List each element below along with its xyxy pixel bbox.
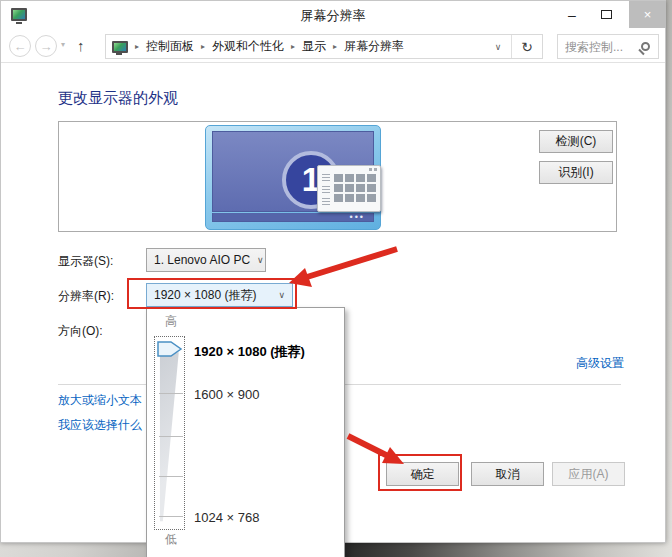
slider-high-label: 高 — [165, 313, 177, 330]
slider-tick — [159, 476, 183, 477]
resolution-dropdown-panel: 高 1920 × 1080 (推荐) 1600 × 900 1024 × 768… — [146, 307, 345, 557]
resolution-label: 分辨率(R): — [58, 288, 114, 305]
resolution-option-1600x900[interactable]: 1600 × 900 — [194, 387, 259, 402]
address-bar[interactable]: ▸ 控制面板 ▸ 外观和个性化 ▸ 显示 ▸ 屏幕分辨率 ∨ ↻ — [105, 34, 543, 59]
chevron-down-icon: ∨ — [495, 42, 502, 52]
display-select-value: 1. Lenovo AIO PC — [147, 253, 250, 267]
slider-track — [155, 337, 184, 529]
search-box — [557, 34, 659, 59]
tile-menu-lines — [322, 174, 330, 181]
display-label: 显示器(S): — [58, 253, 113, 270]
close-button[interactable]: × — [629, 1, 666, 28]
up-button[interactable]: ↑ — [77, 37, 85, 54]
refresh-icon: ↻ — [521, 39, 533, 55]
window-title: 屏幕分辨率 — [301, 7, 366, 25]
history-dropdown-button[interactable]: ▾ — [61, 40, 65, 49]
up-arrow-icon: ↑ — [77, 37, 85, 54]
forward-button[interactable]: → — [35, 35, 57, 57]
breadcrumb-separator-icon: ▸ — [194, 42, 212, 51]
display-settings-help-link[interactable]: 我应该选择什么 — [58, 417, 142, 434]
slider-tick — [159, 436, 183, 437]
identify-button-label: 识别(I) — [558, 164, 593, 181]
navigation-bar: ← → ▾ ↑ ▸ 控制面板 ▸ 外观和个性化 ▸ 显示 ▸ 屏幕分辨率 — [1, 29, 665, 63]
advanced-settings-link[interactable]: 高级设置 — [576, 355, 624, 372]
tile-menu-lines — [322, 186, 330, 193]
screenshot-stage: 屏幕分辨率 – × ← → ▾ ↑ — [0, 0, 672, 557]
search-icon — [641, 42, 650, 51]
monitor-preview[interactable]: ••• 1 — [205, 125, 381, 230]
resolution-option-1024x768[interactable]: 1024 × 768 — [194, 510, 259, 525]
display-select[interactable]: 1. Lenovo AIO PC ∨ — [146, 248, 266, 272]
slider-tick — [159, 516, 183, 517]
breadcrumb-control-panel[interactable]: 控制面板 — [146, 38, 194, 55]
back-icon: ← — [14, 39, 27, 54]
identify-button[interactable]: 识别(I) — [539, 161, 613, 184]
tile-menu-lines — [322, 198, 330, 205]
tile-grid — [334, 174, 378, 206]
address-dropdown-button[interactable]: ∨ — [485, 42, 512, 52]
ok-button-label: 确定 — [411, 466, 435, 483]
resolution-option-1920x1080[interactable]: 1920 × 1080 (推荐) — [194, 343, 305, 361]
apply-button: 应用(A) — [552, 462, 625, 486]
resolution-select[interactable]: 1920 × 1080 (推荐) ∨ — [146, 283, 293, 307]
detect-button-label: 检测(C) — [556, 133, 597, 150]
make-text-larger-link[interactable]: 放大或缩小文本 — [58, 392, 142, 409]
monitor-bottom-strip: ••• — [212, 213, 374, 222]
page-title: 更改显示器的外观 — [58, 89, 178, 108]
resolution-slider[interactable] — [154, 336, 185, 530]
maximize-button[interactable] — [591, 1, 621, 28]
back-button[interactable]: ← — [9, 35, 31, 57]
chevron-down-icon: ∨ — [271, 290, 292, 300]
breadcrumb-appearance[interactable]: 外观和个性化 — [212, 38, 284, 55]
breadcrumb-separator-icon: ▸ — [284, 42, 302, 51]
monitor-icon — [112, 41, 128, 53]
slider-tick — [159, 393, 183, 394]
title-bar: 屏幕分辨率 – × — [1, 1, 665, 29]
search-input[interactable] — [565, 40, 639, 54]
ok-button[interactable]: 确定 — [386, 462, 459, 486]
maximize-icon — [601, 10, 612, 19]
slider-thumb[interactable] — [157, 341, 183, 357]
refresh-button[interactable]: ↻ — [512, 39, 542, 55]
forward-icon: → — [40, 39, 53, 54]
cancel-button[interactable]: 取消 — [471, 462, 544, 486]
cancel-button-label: 取消 — [496, 466, 520, 483]
minimize-button[interactable]: – — [557, 1, 587, 28]
minimize-icon: – — [568, 7, 576, 23]
breadcrumb-separator-icon: ▸ — [128, 42, 146, 51]
breadcrumb-separator-icon: ▸ — [326, 42, 344, 51]
monitor-strip-dots: ••• — [350, 213, 365, 222]
chevron-down-icon: ∨ — [250, 255, 271, 265]
app-tile-icon — [317, 165, 381, 212]
close-icon: × — [644, 7, 652, 22]
detect-button[interactable]: 检测(C) — [539, 130, 613, 153]
chevron-down-icon: ▾ — [61, 40, 65, 49]
display-app-icon — [11, 8, 27, 21]
orientation-label: 方向(O): — [58, 323, 103, 340]
breadcrumb-screen-resolution[interactable]: 屏幕分辨率 — [344, 38, 404, 55]
breadcrumb-display[interactable]: 显示 — [302, 38, 326, 55]
apply-button-label: 应用(A) — [569, 466, 609, 483]
tile-titlebar-dots — [369, 168, 377, 171]
slider-low-label: 低 — [165, 531, 177, 548]
screen-resolution-window: 屏幕分辨率 – × ← → ▾ ↑ — [0, 0, 666, 543]
resolution-select-value: 1920 × 1080 (推荐) — [147, 287, 271, 304]
